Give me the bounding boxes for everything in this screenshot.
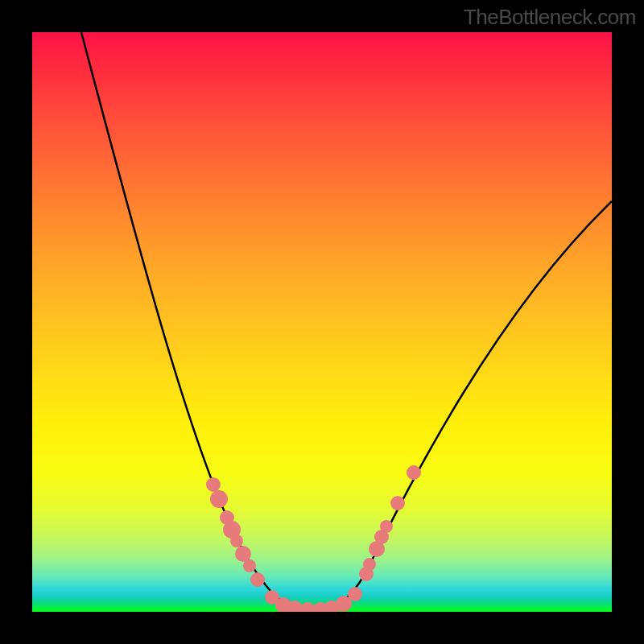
data-marker: [265, 590, 279, 605]
data-marker: [230, 535, 243, 547]
chart-frame: TheBottleneck.com: [0, 0, 644, 644]
data-marker: [287, 601, 303, 612]
data-marker: [407, 465, 421, 480]
data-marker: [336, 596, 352, 612]
data-marker: [312, 602, 328, 612]
data-marker: [374, 530, 389, 544]
curve-svg: [32, 32, 612, 612]
plot-area: [32, 32, 612, 612]
data-marker: [220, 510, 234, 525]
watermark-text: TheBottleneck.com: [464, 5, 636, 30]
data-marker: [369, 541, 385, 557]
data-marker: [324, 601, 340, 612]
data-marker: [235, 546, 251, 562]
data-marker: [210, 490, 228, 508]
data-marker: [223, 521, 241, 539]
bottleneck-curve: [81, 32, 612, 610]
data-marker: [299, 602, 316, 612]
data-marker: [380, 520, 393, 533]
data-marker: [275, 597, 291, 612]
data-marker: [243, 559, 256, 572]
data-marker: [359, 567, 374, 581]
data-marker: [363, 558, 376, 571]
data-marker: [250, 572, 265, 587]
data-marker: [348, 587, 362, 601]
data-marker: [206, 477, 221, 492]
data-marker: [390, 496, 405, 510]
marker-group: [206, 465, 421, 612]
